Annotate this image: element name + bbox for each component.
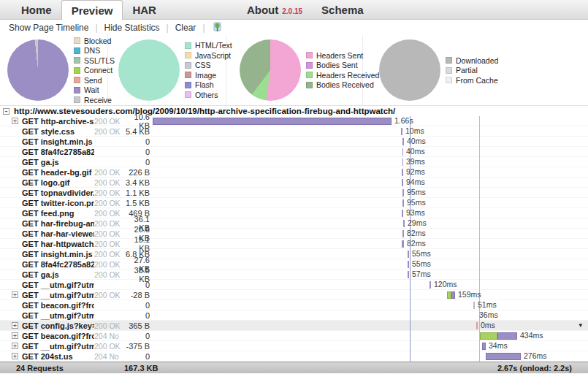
request-name: GET ga.js bbox=[22, 158, 94, 167]
request-status: 200 OK bbox=[94, 178, 121, 187]
legend-swatch bbox=[185, 42, 191, 49]
legend-swatch bbox=[74, 67, 80, 74]
tab-home[interactable]: Home bbox=[12, 0, 61, 19]
request-status: 200 OK bbox=[94, 260, 121, 269]
timing-bar-purple bbox=[402, 230, 404, 237]
request-row[interactable]: GET har-firebug-annot200 OK36.1 KB29ms bbox=[0, 218, 588, 229]
waterfall-cell: 55ms bbox=[153, 249, 588, 259]
request-name: GET __utm.gif?utmwv bbox=[22, 291, 94, 299]
tab-har[interactable]: HAR bbox=[123, 0, 166, 19]
expand-request-icon[interactable]: + bbox=[12, 332, 18, 339]
timing-bar-purple bbox=[402, 169, 403, 176]
request-name: GET har-har-viewer.pn bbox=[22, 229, 94, 238]
request-row[interactable]: +GET config.js?key=8fa200 OK365 B0ms▾ bbox=[0, 321, 588, 331]
waterfall-cell: 40ms bbox=[153, 137, 588, 146]
legend-label: CSS bbox=[195, 61, 211, 69]
waterfall-cell: 1.66s bbox=[153, 116, 588, 126]
dom-tree-icon[interactable] bbox=[212, 22, 223, 33]
request-row[interactable]: +GET beacon.gif?fronter204 No C0434ms bbox=[0, 331, 588, 341]
request-time-label: 51ms bbox=[478, 300, 497, 309]
toolbar-separator: | bbox=[91, 23, 101, 33]
expand-request-icon[interactable]: + bbox=[12, 343, 18, 349]
expand-request-icon[interactable]: + bbox=[12, 322, 18, 329]
request-row[interactable]: GET har-httpwatch.png200 OK15.1 KB82ms bbox=[0, 239, 588, 249]
expand-request-icon[interactable]: + bbox=[12, 353, 18, 359]
request-size: 0 bbox=[121, 352, 153, 361]
mime-types-pie-group: HTML/TextJavaScriptCSSImageFlashOthers bbox=[108, 35, 226, 105]
tab-about[interactable]: About2.0.15 bbox=[237, 0, 312, 19]
request-time-label: 94ms bbox=[406, 178, 425, 186]
request-row[interactable]: GET logo.gif200 OK3.4 KB94ms bbox=[0, 178, 588, 188]
request-name: GET har-httpwatch.png bbox=[22, 240, 94, 248]
request-time-label: 10ms bbox=[405, 126, 424, 135]
request-row[interactable]: +GET __utm.gif?utmwv200 OK-375 B34ms bbox=[0, 341, 588, 351]
request-status: 200 OK bbox=[94, 270, 121, 279]
timing-bar-purple bbox=[408, 261, 409, 268]
request-row[interactable]: GET ga.js039ms bbox=[0, 157, 588, 167]
tab-schema[interactable]: Schema bbox=[312, 0, 373, 19]
request-status: 200 OK bbox=[94, 291, 121, 299]
request-time-label: 40ms bbox=[407, 137, 426, 145]
waterfall-cell: 276ms bbox=[153, 351, 588, 361]
waterfall-cell: 39ms bbox=[153, 157, 588, 167]
request-name: GET logo.gif bbox=[22, 178, 94, 187]
waterfall-cell: 55ms bbox=[153, 259, 588, 269]
cache-pie bbox=[379, 39, 440, 101]
tab-label: About bbox=[247, 4, 278, 16]
request-row[interactable]: GET __utm.gif?utmwv0120ms bbox=[0, 280, 588, 290]
request-name: GET __utm.gif?utmwv bbox=[22, 280, 94, 289]
request-row[interactable]: +GET __utm.gif?utmwv200 OK-28 B159ms bbox=[0, 290, 588, 300]
request-row[interactable]: GET header-bg.gif200 OK226 B92ms bbox=[0, 167, 588, 178]
expand-request-icon[interactable]: + bbox=[12, 118, 18, 124]
collapse-page-icon[interactable]: - bbox=[3, 108, 9, 115]
tab-label: Preview bbox=[72, 4, 113, 17]
request-row[interactable]: GET ga.js200 OK38.5 KB57ms bbox=[0, 270, 588, 280]
request-status: 200 OK bbox=[94, 127, 121, 136]
request-status: 200 OK bbox=[94, 219, 121, 228]
request-size: 0 bbox=[121, 158, 153, 167]
row-options-arrow[interactable]: ▾ bbox=[579, 321, 582, 329]
request-name: GET insight.min.js bbox=[22, 137, 94, 146]
expand-request-icon[interactable]: + bbox=[12, 291, 18, 298]
legend-label: Blocked bbox=[84, 37, 111, 45]
request-row[interactable]: GET insight.min.js200 OK6.8 KB55ms bbox=[0, 249, 588, 259]
request-time-label: 57ms bbox=[412, 270, 431, 278]
legend-item-others: Others bbox=[185, 90, 232, 100]
request-time-label: 159ms bbox=[458, 290, 481, 299]
request-row[interactable]: GET feed.png200 OK469 B93ms bbox=[0, 208, 588, 218]
request-size: 1.5 KB bbox=[121, 199, 153, 207]
legend-label: Flash bbox=[195, 80, 214, 89]
timings-pie bbox=[7, 39, 69, 101]
request-row[interactable]: GET twitter-icon.png200 OK1.5 KB95ms bbox=[0, 198, 588, 208]
request-row[interactable]: +GET 204st.us204 No C0276ms bbox=[0, 351, 588, 362]
timing-bar-purple bbox=[401, 128, 402, 135]
request-status: 200 OK bbox=[94, 240, 121, 248]
traffic-pie bbox=[240, 39, 301, 101]
waterfall-cell: 92ms bbox=[153, 167, 588, 177]
legend-swatch bbox=[446, 67, 452, 74]
request-row[interactable]: GET style.css200 OK5.4 KB10ms bbox=[0, 126, 588, 137]
toolbar-hide-statistics[interactable]: Hide Statistics bbox=[102, 23, 163, 33]
request-name: GET http-archive-speci bbox=[22, 117, 94, 126]
request-size: 1.1 KB bbox=[121, 188, 153, 197]
tab-label: HAR bbox=[132, 4, 156, 16]
legend-item-image: Image bbox=[185, 70, 232, 80]
request-row[interactable]: GET 8fa4fc2785a82fae040ms bbox=[0, 147, 588, 157]
request-status: 204 No C bbox=[94, 332, 121, 340]
toolbar-show-page-timeline[interactable]: Show Page Timeline bbox=[6, 23, 91, 33]
toolbar-clear[interactable]: Clear bbox=[172, 23, 199, 33]
request-size: 0 bbox=[121, 301, 153, 310]
expand-cell: + bbox=[12, 353, 22, 359]
timing-bar-purple bbox=[403, 220, 405, 227]
request-row[interactable]: +GET http-archive-speci200 OK10.6 KB1.66… bbox=[0, 116, 588, 126]
request-row[interactable]: GET beacon.gif?fronter051ms bbox=[0, 300, 588, 310]
request-row[interactable]: GET __utm.gif?utmwv036ms bbox=[0, 310, 588, 321]
request-row[interactable]: GET 8fa4fc2785a82fae200 OK27.6 KB55ms bbox=[0, 259, 588, 270]
request-row[interactable]: GET topnavdivider.gif200 OK1.1 KB95ms bbox=[0, 188, 588, 198]
legend-swatch bbox=[185, 62, 191, 69]
legend-label: Others bbox=[195, 91, 218, 99]
request-row[interactable]: GET har-har-viewer.pn200 OK20.6 KB82ms bbox=[0, 229, 588, 239]
request-row[interactable]: GET insight.min.js040ms bbox=[0, 137, 588, 147]
summary-total-time: 2.67s (onload: 2.2s) bbox=[497, 364, 572, 373]
tab-preview[interactable]: Preview bbox=[61, 0, 123, 20]
